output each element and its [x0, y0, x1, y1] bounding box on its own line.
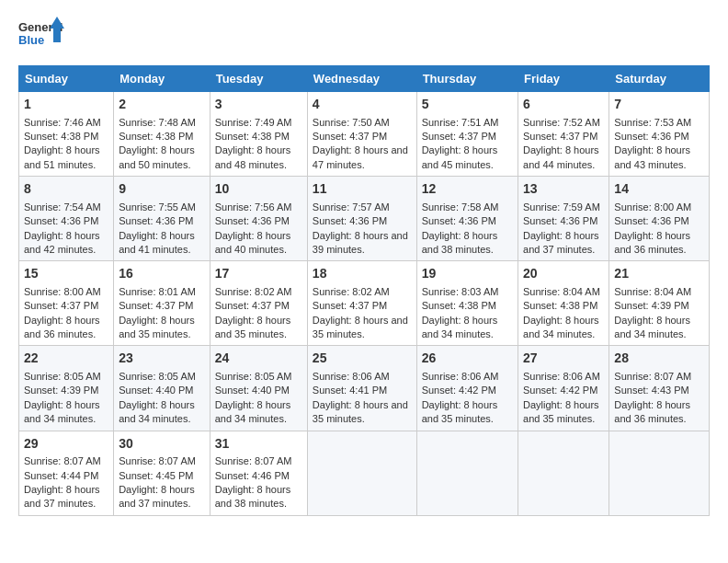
calendar-week-row: 8Sunrise: 7:54 AMSunset: 4:36 PMDaylight…	[19, 177, 710, 261]
logo: General Blue	[18, 15, 64, 56]
header-tuesday: Tuesday	[210, 66, 307, 92]
logo-svg: General Blue	[18, 15, 64, 56]
calendar-cell: 21Sunrise: 8:04 AMSunset: 4:39 PMDayligh…	[609, 261, 710, 346]
calendar-cell: 2Sunrise: 7:48 AMSunset: 4:38 PMDaylight…	[114, 92, 210, 177]
day-number: 8	[24, 180, 108, 199]
sunset: Sunset: 4:36 PM	[523, 215, 597, 226]
header-wednesday: Wednesday	[307, 66, 416, 92]
daylight: Daylight: 8 hours and 35 minutes.	[523, 399, 599, 424]
daylight: Daylight: 8 hours and 35 minutes.	[119, 315, 195, 339]
sunset: Sunset: 4:36 PM	[119, 215, 193, 226]
sunset: Sunset: 4:39 PM	[24, 385, 98, 396]
calendar-week-row: 1Sunrise: 7:46 AMSunset: 4:38 PMDaylight…	[19, 92, 710, 177]
day-number: 24	[215, 350, 302, 368]
sunrise: Sunrise: 8:02 AM	[313, 286, 390, 297]
header-saturday: Saturday	[609, 66, 710, 92]
calendar-cell: 27Sunrise: 8:06 AMSunset: 4:42 PMDayligh…	[518, 346, 609, 431]
calendar-cell: 18Sunrise: 8:02 AMSunset: 4:37 PMDayligh…	[307, 261, 416, 346]
daylight: Daylight: 8 hours and 42 minutes.	[24, 230, 100, 255]
day-number: 5	[422, 96, 513, 114]
sunset: Sunset: 4:36 PM	[614, 131, 688, 142]
day-number: 30	[119, 435, 205, 454]
day-number: 27	[523, 350, 604, 368]
calendar-cell: 8Sunrise: 7:54 AMSunset: 4:36 PMDaylight…	[19, 177, 114, 261]
sunset: Sunset: 4:38 PM	[422, 300, 496, 311]
header-sunday: Sunday	[19, 66, 114, 92]
sunset: Sunset: 4:36 PM	[422, 215, 496, 226]
daylight: Daylight: 8 hours and 34 minutes.	[614, 315, 690, 339]
calendar-table: SundayMondayTuesdayWednesdayThursdayFrid…	[18, 65, 710, 516]
daylight: Daylight: 8 hours and 50 minutes.	[119, 144, 195, 169]
sunrise: Sunrise: 7:53 AM	[614, 117, 691, 128]
sunrise: Sunrise: 7:55 AM	[119, 201, 196, 213]
calendar-week-row: 15Sunrise: 8:00 AMSunset: 4:37 PMDayligh…	[19, 261, 710, 346]
sunset: Sunset: 4:45 PM	[119, 470, 193, 481]
calendar-cell: 28Sunrise: 8:07 AMSunset: 4:43 PMDayligh…	[609, 346, 710, 431]
day-number: 16	[119, 265, 205, 283]
sunset: Sunset: 4:36 PM	[313, 215, 387, 226]
page-header: General Blue	[18, 15, 710, 56]
daylight: Daylight: 8 hours and 36 minutes.	[24, 315, 100, 339]
sunrise: Sunrise: 8:07 AM	[614, 371, 691, 382]
day-number: 12	[422, 180, 513, 199]
day-number: 4	[313, 96, 412, 114]
calendar-cell: 3Sunrise: 7:49 AMSunset: 4:38 PMDaylight…	[210, 92, 307, 177]
day-number: 25	[313, 350, 412, 368]
sunset: Sunset: 4:37 PM	[215, 300, 290, 311]
day-number: 23	[119, 350, 205, 368]
calendar-cell	[307, 431, 416, 515]
sunrise: Sunrise: 7:54 AM	[24, 201, 101, 213]
sunrise: Sunrise: 8:05 AM	[24, 371, 101, 382]
calendar-cell: 9Sunrise: 7:55 AMSunset: 4:36 PMDaylight…	[114, 177, 210, 261]
day-number: 20	[523, 265, 604, 283]
daylight: Daylight: 8 hours and 34 minutes.	[119, 399, 195, 424]
sunrise: Sunrise: 8:02 AM	[215, 286, 292, 297]
calendar-cell: 22Sunrise: 8:05 AMSunset: 4:39 PMDayligh…	[19, 346, 114, 431]
sunset: Sunset: 4:37 PM	[313, 300, 387, 311]
sunrise: Sunrise: 8:05 AM	[215, 371, 292, 382]
day-number: 1	[24, 96, 108, 114]
day-number: 28	[614, 350, 704, 368]
calendar-header-row: SundayMondayTuesdayWednesdayThursdayFrid…	[19, 66, 710, 92]
calendar-cell: 23Sunrise: 8:05 AMSunset: 4:40 PMDayligh…	[114, 346, 210, 431]
calendar-cell: 15Sunrise: 8:00 AMSunset: 4:37 PMDayligh…	[19, 261, 114, 346]
calendar-cell: 20Sunrise: 8:04 AMSunset: 4:38 PMDayligh…	[518, 261, 609, 346]
daylight: Daylight: 8 hours and 34 minutes.	[24, 399, 100, 424]
calendar-cell	[518, 431, 609, 515]
calendar-cell: 5Sunrise: 7:51 AMSunset: 4:37 PMDaylight…	[416, 92, 518, 177]
calendar-cell: 7Sunrise: 7:53 AMSunset: 4:36 PMDaylight…	[609, 92, 710, 177]
day-number: 7	[614, 96, 704, 114]
calendar-week-row: 29Sunrise: 8:07 AMSunset: 4:44 PMDayligh…	[19, 431, 710, 515]
sunset: Sunset: 4:40 PM	[215, 385, 290, 396]
header-friday: Friday	[518, 66, 609, 92]
day-number: 18	[313, 265, 412, 283]
day-number: 11	[313, 180, 412, 199]
sunset: Sunset: 4:41 PM	[313, 385, 387, 396]
calendar-cell: 19Sunrise: 8:03 AMSunset: 4:38 PMDayligh…	[416, 261, 518, 346]
sunset: Sunset: 4:38 PM	[119, 131, 193, 142]
sunset: Sunset: 4:39 PM	[614, 300, 688, 311]
daylight: Daylight: 8 hours and 35 minutes.	[215, 315, 291, 339]
sunrise: Sunrise: 8:01 AM	[119, 286, 196, 297]
daylight: Daylight: 8 hours and 41 minutes.	[119, 230, 195, 255]
svg-text:Blue: Blue	[18, 33, 44, 47]
sunset: Sunset: 4:40 PM	[119, 385, 193, 396]
sunset: Sunset: 4:38 PM	[215, 131, 290, 142]
daylight: Daylight: 8 hours and 35 minutes.	[422, 399, 498, 424]
sunset: Sunset: 4:36 PM	[24, 215, 98, 226]
daylight: Daylight: 8 hours and 44 minutes.	[523, 144, 599, 169]
sunrise: Sunrise: 8:07 AM	[119, 455, 196, 466]
sunset: Sunset: 4:44 PM	[24, 470, 98, 481]
calendar-cell	[416, 431, 518, 515]
calendar-cell: 24Sunrise: 8:05 AMSunset: 4:40 PMDayligh…	[210, 346, 307, 431]
sunrise: Sunrise: 7:59 AM	[523, 201, 600, 213]
sunrise: Sunrise: 7:46 AM	[24, 117, 101, 128]
day-number: 22	[24, 350, 108, 368]
day-number: 9	[119, 180, 205, 199]
sunrise: Sunrise: 8:06 AM	[523, 371, 600, 382]
sunrise: Sunrise: 7:48 AM	[119, 117, 196, 128]
sunrise: Sunrise: 8:03 AM	[422, 286, 499, 297]
sunset: Sunset: 4:38 PM	[24, 131, 98, 142]
calendar-cell: 1Sunrise: 7:46 AMSunset: 4:38 PMDaylight…	[19, 92, 114, 177]
calendar-cell: 17Sunrise: 8:02 AMSunset: 4:37 PMDayligh…	[210, 261, 307, 346]
